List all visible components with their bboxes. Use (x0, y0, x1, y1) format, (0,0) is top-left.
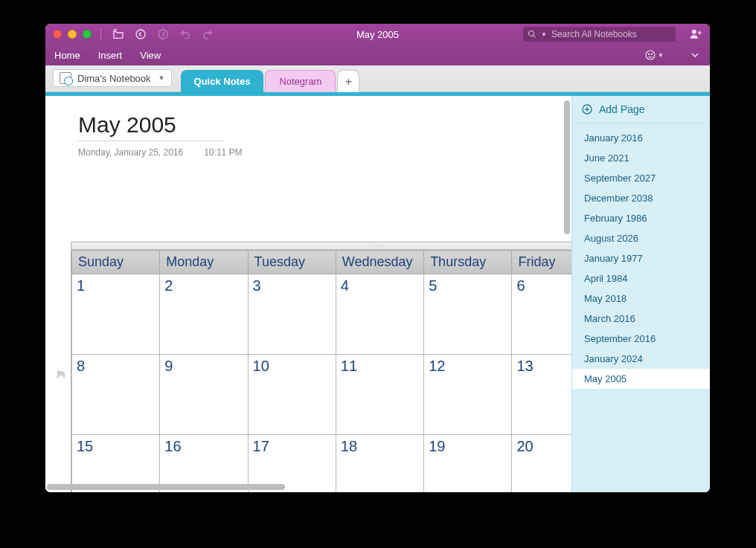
add-page-button[interactable]: Add Page (572, 96, 710, 123)
tab-quick-notes[interactable]: Quick Notes (181, 70, 264, 92)
notebook-picker[interactable]: Dima's Notebook ▼ (53, 69, 172, 87)
svg-point-4 (648, 54, 649, 54)
page-title[interactable]: May 2005 (78, 112, 224, 141)
page-list-item[interactable]: September 2016 (572, 329, 710, 349)
calendar-cell[interactable]: 1 (72, 274, 160, 355)
back-icon[interactable] (132, 27, 149, 42)
calendar-row: 891011121314 (72, 355, 572, 435)
close-button[interactable] (53, 30, 62, 39)
horizontal-scrollbar[interactable] (45, 482, 571, 492)
calendar-cell[interactable]: 9 (160, 355, 248, 435)
menu-view[interactable]: View (140, 50, 161, 61)
vertical-scrollbar[interactable] (564, 100, 570, 323)
page-time: 10:11 PM (204, 147, 242, 158)
calendar-cell[interactable]: 2 (160, 274, 248, 355)
page-list-item[interactable]: February 1986 (572, 208, 710, 228)
calendar-cell[interactable]: 13 (512, 355, 571, 435)
calendar-cell[interactable]: 10 (248, 355, 336, 435)
calendar-cell[interactable]: 8 (72, 355, 160, 435)
calendar-cell[interactable]: 6 (512, 274, 571, 355)
scrollbar-thumb[interactable] (47, 484, 285, 490)
search-box[interactable]: ▼ (523, 27, 676, 42)
menu-insert[interactable]: Insert (98, 50, 123, 61)
tab-notegram[interactable]: Notegram (265, 70, 336, 92)
page-list-item[interactable]: August 2026 (572, 228, 710, 248)
menubar: Home Insert View ▼ (45, 45, 710, 65)
note-tag-icon[interactable] (56, 370, 66, 380)
calendar-header-cell: Thursday (424, 251, 512, 274)
page-sidebar: Add Page January 2016June 2021September … (571, 96, 710, 492)
calendar-header-cell: Tuesday (248, 251, 336, 274)
drag-handle[interactable]: ···· (71, 242, 571, 250)
calendar-header-cell: Sunday (72, 251, 160, 274)
page-list-item[interactable]: January 1977 (572, 248, 710, 268)
chevron-down-icon: ▼ (158, 74, 165, 82)
titlebar: May 2005 ▼ (45, 24, 710, 45)
page-list-item[interactable]: January 2024 (572, 349, 710, 369)
calendar-cell[interactable]: 5 (424, 274, 512, 355)
search-icon (528, 30, 536, 39)
calendar-cell[interactable]: 11 (336, 355, 423, 435)
page-list-item[interactable]: March 2016 (572, 309, 710, 329)
calendar-header-cell: Friday (512, 251, 571, 274)
calendar-container[interactable]: ···· SundayMondayTuesdayWednesdayThursda… (71, 242, 571, 492)
window-controls (53, 30, 92, 39)
plus-circle-icon (581, 103, 593, 115)
page-list-item[interactable]: May 2005 (572, 369, 710, 389)
page-list-item[interactable]: April 1984 (572, 268, 710, 288)
tab-add[interactable]: + (337, 70, 359, 92)
page-canvas[interactable]: May 2005 Monday, January 25, 2016 10:11 … (45, 96, 571, 492)
svg-point-2 (692, 29, 696, 33)
forward-icon[interactable] (155, 27, 171, 42)
chevron-down-icon[interactable] (689, 49, 701, 61)
calendar-table: SundayMondayTuesdayWednesdayThursdayFrid… (71, 250, 571, 492)
add-page-label: Add Page (599, 103, 645, 115)
open-file-icon[interactable] (110, 27, 126, 42)
page-list-item[interactable]: September 2027 (572, 168, 710, 188)
page-list-item[interactable]: June 2021 (572, 148, 710, 168)
redo-icon[interactable] (199, 27, 216, 42)
emoji-icon[interactable]: ▼ (644, 49, 664, 61)
divider (100, 28, 101, 40)
calendar-header-cell: Wednesday (336, 251, 423, 274)
svg-point-0 (136, 30, 145, 39)
page-date: Monday, January 25, 2016 (78, 147, 183, 158)
calendar-cell[interactable]: 3 (248, 274, 336, 355)
calendar-header-cell: Monday (160, 251, 248, 274)
share-icon[interactable] (689, 27, 702, 42)
svg-point-1 (158, 30, 167, 39)
section-tabs: Dima's Notebook ▼ Quick Notes Notegram + (45, 65, 710, 92)
minimize-button[interactable] (68, 30, 77, 39)
calendar-row: 1234567 (72, 274, 572, 355)
notebook-icon (60, 72, 71, 84)
undo-icon[interactable] (177, 27, 193, 42)
page-list-item[interactable]: May 2018 (572, 288, 710, 309)
calendar-cell[interactable]: 4 (336, 274, 423, 355)
page-list-item[interactable]: December 2038 (572, 188, 710, 208)
tab-label: Quick Notes (194, 76, 251, 87)
notebook-name: Dima's Notebook (77, 73, 151, 84)
search-input[interactable] (551, 29, 671, 39)
menu-home[interactable]: Home (54, 50, 80, 61)
scrollbar-thumb[interactable] (564, 100, 570, 234)
page-list-item[interactable]: January 2016 (572, 128, 710, 148)
maximize-button[interactable] (83, 30, 92, 39)
body: May 2005 Monday, January 25, 2016 10:11 … (45, 96, 710, 492)
calendar-header-row: SundayMondayTuesdayWednesdayThursdayFrid… (72, 251, 572, 274)
calendar-cell[interactable]: 12 (424, 355, 512, 435)
chevron-down-icon: ▼ (541, 31, 547, 38)
svg-point-3 (646, 51, 655, 59)
tab-label: Notegram (279, 76, 321, 87)
page-meta: Monday, January 25, 2016 10:11 PM (78, 147, 571, 158)
page-list: January 2016June 2021September 2027Decem… (572, 123, 710, 492)
app-window: May 2005 ▼ Home Insert View ▼ Dima's Not… (45, 24, 710, 492)
plus-icon: + (345, 75, 352, 88)
svg-point-5 (651, 54, 652, 54)
